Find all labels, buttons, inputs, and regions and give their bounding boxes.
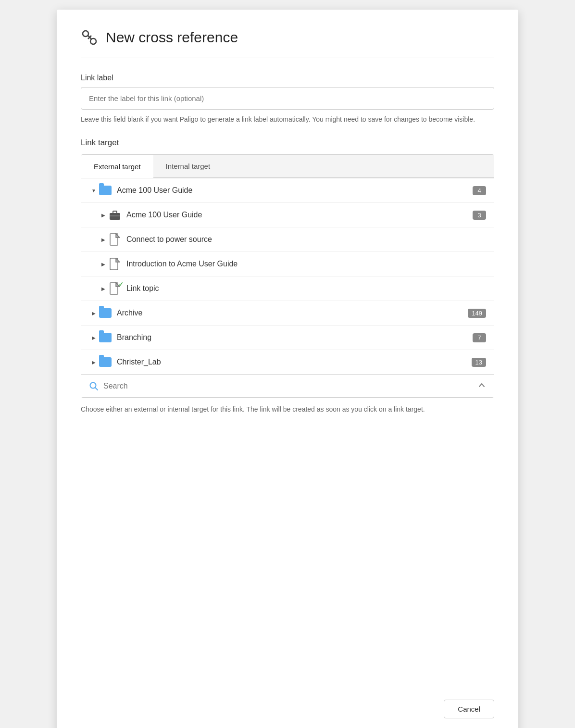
link-label-hint: Leave this field blank if you want Palig…	[81, 114, 494, 125]
tree-row-branching[interactable]: Branching 7	[81, 326, 494, 350]
badge-archive: 149	[468, 309, 486, 318]
folder-open-icon	[99, 185, 112, 196]
svg-rect-5	[113, 211, 117, 213]
doc-icon-intro	[108, 258, 122, 270]
folder-icon-branching	[99, 332, 112, 343]
toggle-connect[interactable]	[99, 235, 108, 244]
link-label-section: Link label Leave this field blank if you…	[81, 74, 494, 125]
tab-external-target[interactable]: External target	[81, 155, 153, 178]
link-label-input[interactable]	[81, 87, 494, 110]
dialog-footer: Cancel	[81, 680, 494, 718]
tree-label-branching: Branching	[117, 333, 473, 342]
tree-row-christer-lab[interactable]: Christer_Lab 13	[81, 350, 494, 375]
link-target-hint: Choose either an external or internal ta…	[81, 404, 494, 414]
tree-label-christer-lab: Christer_Lab	[117, 358, 472, 366]
tree-label-connect: Connect to power source	[126, 235, 486, 244]
tree-label-link-topic: Link topic	[126, 284, 486, 293]
toggle-link-topic[interactable]	[99, 284, 108, 293]
toggle-branching[interactable]	[89, 333, 99, 342]
tree-row-connect[interactable]: Connect to power source	[81, 227, 494, 252]
tree-row-intro[interactable]: Introduction to Acme User Guide	[81, 252, 494, 276]
tree-row-acme-folder[interactable]: Acme 100 User Guide 4	[81, 178, 494, 203]
tree-label-intro: Introduction to Acme User Guide	[126, 260, 486, 268]
svg-rect-4	[110, 213, 120, 220]
badge-branching: 7	[473, 333, 486, 342]
toggle-archive[interactable]	[89, 308, 99, 318]
search-icon	[89, 381, 99, 391]
tree-container: Acme 100 User Guide 4 Acme 100 User Guid…	[81, 178, 494, 375]
badge-acme-guide: 3	[473, 211, 486, 220]
tree-row-link-topic[interactable]: ✓ Link topic	[81, 276, 494, 301]
chevron-up-icon[interactable]	[477, 381, 486, 391]
search-bar	[81, 375, 494, 397]
svg-point-1	[90, 38, 96, 44]
link-target-section: Link target External target Internal tar…	[81, 138, 494, 414]
tab-internal-target[interactable]: Internal target	[153, 155, 223, 177]
folder-icon-archive	[99, 307, 112, 319]
search-input[interactable]	[103, 382, 473, 390]
badge-acme-folder: 4	[473, 186, 486, 195]
svg-line-17	[95, 388, 98, 390]
doc-icon-connect	[108, 234, 122, 245]
tree-label-archive: Archive	[117, 309, 468, 317]
checkmark-icon: ✓	[118, 281, 124, 288]
briefcase-icon	[108, 209, 122, 221]
tabs-nav: External target Internal target	[81, 155, 494, 178]
tree-label-acme-folder: Acme 100 User Guide	[117, 186, 473, 195]
tree-label-acme-guide: Acme 100 User Guide	[126, 211, 473, 219]
toggle-acme-guide[interactable]	[99, 210, 108, 220]
dialog-header: New cross reference	[81, 29, 494, 58]
link-target-tabs-wrapper: External target Internal target Acme 100…	[81, 154, 494, 398]
new-cross-reference-dialog: New cross reference Link label Leave thi…	[57, 10, 518, 728]
link-target-label: Link target	[81, 138, 494, 148]
toggle-acme-folder[interactable]	[89, 186, 99, 195]
tree-row-acme-guide[interactable]: Acme 100 User Guide 3	[81, 203, 494, 227]
cancel-button[interactable]: Cancel	[444, 700, 494, 718]
link-label-field-label: Link label	[81, 74, 494, 82]
toggle-intro[interactable]	[99, 259, 108, 269]
toggle-christer-lab[interactable]	[89, 357, 99, 367]
badge-christer-lab: 13	[472, 358, 486, 367]
svg-point-0	[83, 31, 88, 37]
tree-row-archive[interactable]: Archive 149	[81, 301, 494, 326]
folder-icon-christer-lab	[99, 356, 112, 368]
cross-reference-icon	[81, 29, 98, 46]
doc-icon-link-topic: ✓	[108, 283, 122, 294]
dialog-title: New cross reference	[106, 29, 238, 46]
